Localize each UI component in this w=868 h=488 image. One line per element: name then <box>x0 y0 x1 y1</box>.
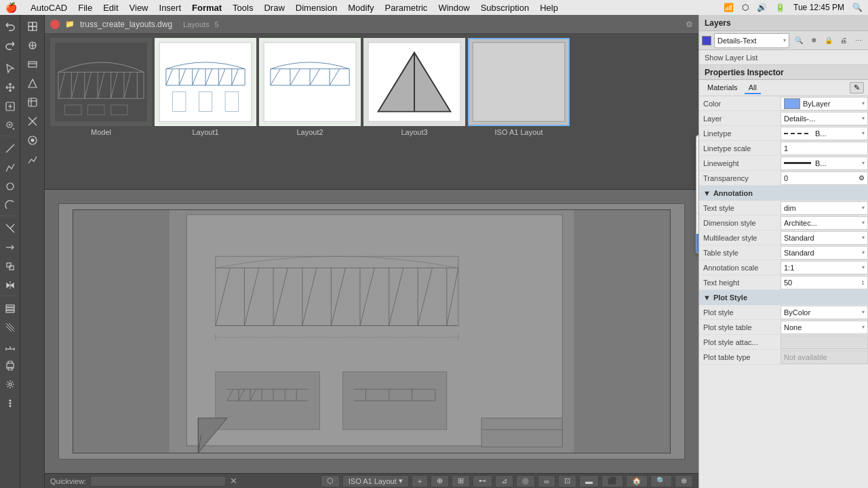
plot-style-section-header[interactable]: ▼ Plot Style <box>699 290 868 305</box>
tool-pan[interactable] <box>1 98 19 115</box>
tpmode-btn[interactable]: ⬛ <box>601 475 623 487</box>
tool-extend[interactable] <box>1 239 19 256</box>
viewport-icon[interactable]: ⬡ <box>321 475 340 487</box>
osnap-btn[interactable]: ◎ <box>516 475 535 487</box>
thumbnail-layout3[interactable]: Layout3 <box>363 38 465 136</box>
tool-dimension[interactable] <box>1 338 19 355</box>
prop-transparency-value[interactable]: 0 ⚙ <box>781 171 868 185</box>
menu-edit[interactable]: Edit <box>103 3 118 13</box>
thumbnail-model[interactable]: Model <box>50 38 152 136</box>
menu-subscription[interactable]: Subscription <box>481 3 530 13</box>
ctx-duplicate[interactable]: Duplicate... <box>696 155 698 174</box>
tool-zoom[interactable] <box>1 117 19 134</box>
menu-window[interactable]: Window <box>438 3 469 13</box>
menu-tools[interactable]: Tools <box>233 3 253 13</box>
prop-lineweight-value[interactable]: B... ▾ <box>781 157 868 170</box>
ctx-page-setup[interactable]: Page Setup... <box>696 234 698 253</box>
prop-dimension-style-value[interactable]: Architec... ▾ <box>781 216 868 230</box>
layer-dropdown[interactable]: Details-Text ▾ <box>714 33 789 48</box>
prop-plot-style-value[interactable]: ByColor ▾ <box>781 306 868 319</box>
sec-tool-3[interactable] <box>24 56 41 73</box>
dynin-btn[interactable]: ⊡ <box>558 475 576 487</box>
prop-multileader-style-value[interactable]: Standard ▾ <box>781 231 868 245</box>
prop-linetype-value[interactable]: B... ▾ <box>781 127 868 140</box>
tab-materials[interactable]: Materials <box>703 82 742 94</box>
tool-line[interactable] <box>1 140 19 157</box>
tool-offset[interactable] <box>1 258 19 275</box>
tool-circle[interactable] <box>1 178 19 195</box>
menu-draw[interactable]: Draw <box>264 3 284 13</box>
steering-btn[interactable]: ⊕ <box>675 475 693 487</box>
tab-all[interactable]: All <box>745 82 761 94</box>
layout-button[interactable]: ISO A1 Layout ▾ <box>342 475 409 487</box>
ctx-print[interactable]: Print... <box>696 215 698 234</box>
prop-plot-style-table-value[interactable]: None ▾ <box>781 321 868 334</box>
prop-annotation-scale-value[interactable]: 1:1 ▾ <box>781 261 868 274</box>
quickview-input[interactable] <box>90 476 226 487</box>
sec-tool-5[interactable] <box>24 94 41 111</box>
sec-tool-8[interactable] <box>24 150 41 168</box>
layer-search-btn[interactable]: 🔍 <box>792 34 806 47</box>
tool-hatch[interactable] <box>1 319 19 336</box>
search-icon[interactable]: 🔍 <box>852 3 863 12</box>
sec-tool-6[interactable] <box>24 113 41 130</box>
settings-icon[interactable]: ⚙ <box>686 20 693 29</box>
grid-btn[interactable]: ⊞ <box>452 475 470 487</box>
lwt-btn[interactable]: ▬ <box>579 475 599 487</box>
layer-plot-btn[interactable]: 🖨 <box>837 34 850 47</box>
ctx-create-new-layout[interactable]: Create New Layout... <box>696 192 698 211</box>
tool-print[interactable] <box>1 357 19 374</box>
tool-move[interactable] <box>1 79 19 96</box>
model-statusbar[interactable]: 🏠 <box>626 475 648 487</box>
tool-trim[interactable] <box>1 220 19 237</box>
prop-table-style-value[interactable]: Standard ▾ <box>781 246 868 260</box>
ctx-rename[interactable]: Rename <box>696 136 698 155</box>
close-button[interactable] <box>50 20 60 29</box>
layer-freeze-btn[interactable]: ❄ <box>807 34 821 47</box>
tool-settings[interactable] <box>1 375 19 393</box>
transparency-btn[interactable]: ⚙ <box>859 174 865 182</box>
tool-arc[interactable] <box>1 197 19 214</box>
menu-file[interactable]: File <box>78 3 92 13</box>
menu-insert[interactable]: Insert <box>159 3 182 13</box>
annotation-section-header[interactable]: ▼ Annotation <box>699 186 868 201</box>
prop-layer-value[interactable]: Details-... ▾ <box>781 112 868 125</box>
layer-lock-btn[interactable]: 🔒 <box>822 34 835 47</box>
tool-redo[interactable] <box>1 37 19 54</box>
prop-text-height-value[interactable]: 50 ↕ <box>781 276 868 289</box>
menu-format[interactable]: Format <box>192 3 222 13</box>
ctx-delete[interactable]: Delete <box>696 174 698 192</box>
menu-view[interactable]: View <box>130 3 149 13</box>
zoom-status[interactable]: 🔍 <box>650 475 672 487</box>
properties-edit-btn[interactable]: ✎ <box>850 82 864 94</box>
sec-tool-7[interactable] <box>24 131 41 149</box>
menu-dimension[interactable]: Dimension <box>296 3 337 13</box>
apple-menu[interactable]: 🍎 <box>5 2 17 13</box>
thumbnail-layout2[interactable]: Layout2 <box>259 38 361 136</box>
sec-tool-4[interactable] <box>24 75 41 92</box>
snap-btn[interactable]: ⊕ <box>431 475 449 487</box>
text-height-adjust-btn[interactable]: ↕ <box>861 279 865 286</box>
tool-undo[interactable] <box>1 18 19 35</box>
tool-polyline[interactable] <box>1 159 19 176</box>
thumbnail-isoa1[interactable]: ISO A1 Layout <box>468 38 570 136</box>
layer-more-btn[interactable]: ⋯ <box>852 34 865 47</box>
tool-select[interactable] <box>1 60 19 77</box>
sec-tool-1[interactable] <box>24 18 41 35</box>
tool-mirror[interactable] <box>1 277 19 294</box>
drawing-area[interactable] <box>45 190 698 473</box>
menu-modify[interactable]: Modify <box>348 3 374 13</box>
sec-tool-2[interactable] <box>24 37 41 54</box>
ortho-btn[interactable]: ⊷ <box>473 475 492 487</box>
prop-color-value[interactable]: ByLayer ▾ <box>781 97 868 110</box>
add-layout-btn[interactable]: + <box>412 475 428 487</box>
menu-help[interactable]: Help <box>540 3 558 13</box>
thumbnail-layout1[interactable]: Layout1 <box>155 38 256 136</box>
otrack-btn[interactable]: ∞ <box>538 475 555 487</box>
prop-text-style-value[interactable]: dim ▾ <box>781 201 868 215</box>
tool-more[interactable] <box>1 394 19 412</box>
quickview-clear-btn[interactable]: ✕ <box>230 476 237 486</box>
polar-btn[interactable]: ⊿ <box>495 475 513 487</box>
menu-parametric[interactable]: Parametric <box>385 3 428 13</box>
menu-autocad[interactable]: AutoCAD <box>31 3 67 13</box>
